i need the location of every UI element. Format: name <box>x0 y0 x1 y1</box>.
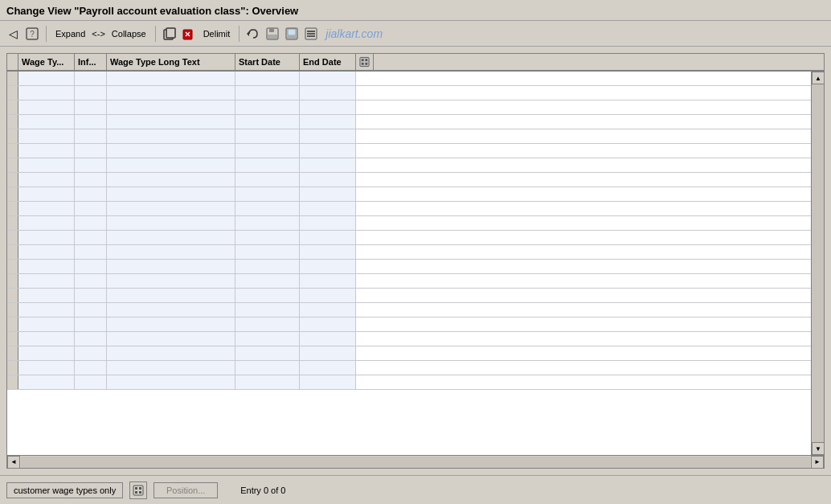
delete-icon[interactable] <box>181 26 197 42</box>
scroll-up-arrow[interactable]: ▲ <box>812 72 824 84</box>
table-row[interactable] <box>7 231 824 245</box>
cell-wage-type <box>18 144 75 158</box>
table-rows <box>7 72 824 390</box>
cell-wage-type <box>18 173 75 186</box>
cell-long-text <box>107 346 235 360</box>
row-selector <box>7 202 18 215</box>
table-row[interactable] <box>7 303 824 318</box>
vertical-scrollbar[interactable]: ▲ ▼ <box>811 72 824 455</box>
collapse-button[interactable]: Collapse <box>108 27 149 40</box>
back-icon[interactable]: ◁ <box>5 26 21 42</box>
col-settings-icon[interactable] <box>356 54 374 70</box>
cell-info <box>75 303 107 317</box>
table-row[interactable] <box>7 129 824 144</box>
cell-end-date <box>300 115 356 129</box>
expand-button[interactable]: Expand <box>52 27 88 40</box>
table-row[interactable] <box>7 115 824 129</box>
cell-long-text <box>107 72 235 85</box>
cell-start-date <box>235 318 300 331</box>
customer-wage-types-button[interactable]: customer wage types only <box>6 482 123 498</box>
svg-rect-17 <box>307 35 315 37</box>
row-selector <box>7 216 18 230</box>
status-icon-button[interactable] <box>129 481 147 499</box>
col-header-wage-type: Wage Ty... <box>18 54 75 70</box>
table-row[interactable] <box>7 375 824 390</box>
copy-icon[interactable] <box>162 26 178 42</box>
cell-start-date <box>235 332 300 346</box>
cell-end-date <box>300 202 356 215</box>
col-header-start-date: Start Date <box>235 54 300 70</box>
cell-end-date <box>300 260 356 273</box>
table-header: Wage Ty... Inf... Wage Type Long Text St… <box>7 54 824 72</box>
position-button[interactable]: Position... <box>154 482 218 498</box>
table-row[interactable] <box>7 361 824 375</box>
cell-wage-type <box>18 332 75 346</box>
cell-start-date <box>235 86 300 100</box>
cell-end-date <box>300 332 356 346</box>
table-row[interactable] <box>7 289 824 303</box>
table-row[interactable] <box>7 144 824 158</box>
cell-end-date <box>300 245 356 259</box>
cell-wage-type <box>18 100 75 114</box>
cell-start-date <box>235 303 300 317</box>
scroll-track[interactable] <box>812 84 824 442</box>
cell-info <box>75 332 107 346</box>
save1-icon[interactable] <box>264 26 280 42</box>
svg-rect-21 <box>362 63 364 65</box>
table-row[interactable] <box>7 187 824 202</box>
undo-icon[interactable] <box>245 26 261 42</box>
help-icon[interactable]: ? <box>24 26 40 42</box>
svg-marker-7 <box>247 31 249 36</box>
hscroll-track[interactable] <box>21 457 810 468</box>
delimit-button[interactable]: Delimit <box>200 27 234 40</box>
cell-end-date <box>300 274 356 288</box>
save2-icon[interactable] <box>284 26 300 42</box>
row-selector <box>7 245 18 259</box>
cell-start-date <box>235 216 300 230</box>
cell-info <box>75 115 107 129</box>
scroll-right-arrow[interactable]: ► <box>811 456 824 469</box>
table-row[interactable] <box>7 202 824 216</box>
row-selector <box>7 86 18 100</box>
cell-end-date <box>300 144 356 158</box>
cell-long-text <box>107 361 235 375</box>
scroll-down-arrow[interactable]: ▼ <box>812 442 824 455</box>
table-row[interactable] <box>7 86 824 100</box>
cell-wage-type <box>18 231 75 244</box>
svg-rect-10 <box>268 35 277 39</box>
table-row[interactable] <box>7 245 824 260</box>
row-selector <box>7 144 18 158</box>
cell-long-text <box>107 129 235 143</box>
cell-info <box>75 129 107 143</box>
cell-wage-type <box>18 289 75 302</box>
watermark-text: jialkart.com <box>325 27 383 40</box>
row-selector <box>7 231 18 244</box>
table-row[interactable] <box>7 346 824 361</box>
table-row[interactable] <box>7 274 824 289</box>
cell-info <box>75 361 107 375</box>
horizontal-scrollbar[interactable]: ◄ ► <box>7 455 824 468</box>
cell-start-date <box>235 346 300 360</box>
table-row[interactable] <box>7 318 824 332</box>
cell-info <box>75 274 107 288</box>
table-row[interactable] <box>7 260 824 274</box>
table-row[interactable] <box>7 216 824 231</box>
cell-info <box>75 375 107 389</box>
settings-icon[interactable] <box>303 26 319 42</box>
row-selector <box>7 173 18 186</box>
delimit-label: Delimit <box>203 29 231 39</box>
table-row[interactable] <box>7 72 824 86</box>
table-row[interactable] <box>7 158 824 173</box>
window-title: Change View "Payroll account evaluation … <box>6 5 298 17</box>
row-selector <box>7 361 18 375</box>
cell-end-date <box>300 173 356 186</box>
table-row[interactable] <box>7 332 824 346</box>
svg-rect-22 <box>365 63 367 65</box>
cell-start-date <box>235 129 300 143</box>
cell-wage-type <box>18 187 75 201</box>
table-row[interactable] <box>7 100 824 115</box>
table-row[interactable] <box>7 173 824 187</box>
cell-end-date <box>300 289 356 302</box>
cell-end-date <box>300 303 356 317</box>
scroll-left-arrow[interactable]: ◄ <box>7 456 20 469</box>
